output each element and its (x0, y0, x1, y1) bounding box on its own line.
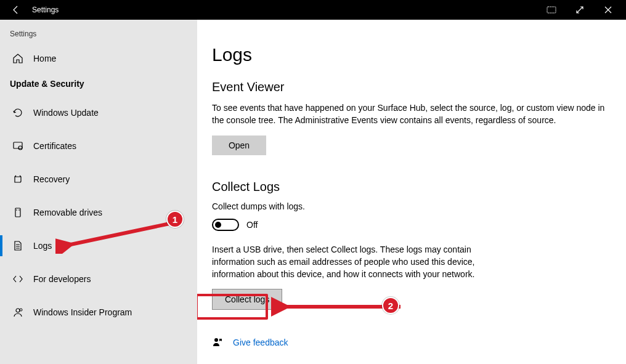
sidebar-item-label: Removable drives (33, 208, 102, 217)
sidebar-home-label: Home (33, 54, 56, 63)
svg-point-11 (214, 338, 218, 342)
svg-rect-0 (547, 7, 556, 13)
usb-icon (12, 207, 23, 218)
back-button[interactable] (6, 5, 26, 15)
event-viewer-desc: To see events that have happened on your… (212, 102, 611, 127)
collect-logs-button[interactable]: Collect logs (212, 289, 282, 310)
certificate-icon (12, 140, 23, 152)
svg-point-2 (18, 146, 22, 150)
annotation-arrow-2 (271, 296, 413, 320)
collect-logs-heading: Collect Logs (212, 180, 611, 194)
collect-dumps-toggle[interactable] (212, 219, 239, 231)
sidebar-item-insider[interactable]: Windows Insider Program (0, 299, 197, 325)
sidebar-top-label: Settings (0, 26, 197, 47)
collect-logs-desc: Insert a USB drive, then select Collect … (212, 243, 477, 281)
toggle-state-label: Off (246, 220, 258, 230)
home-icon (12, 53, 23, 64)
sidebar-item-recovery[interactable]: Recovery (0, 166, 197, 192)
document-icon (12, 240, 23, 251)
sidebar-home[interactable]: Home (0, 47, 197, 70)
svg-rect-1 (14, 142, 22, 148)
sidebar-item-label: Windows Update (33, 108, 99, 118)
cast-icon[interactable] (537, 0, 566, 20)
sidebar-item-label: Certificates (33, 141, 76, 151)
sidebar-item-label: Windows Insider Program (33, 307, 132, 317)
sidebar-item-label: Logs (33, 241, 52, 251)
svg-point-9 (16, 309, 20, 312)
sidebar-item-removable-drives[interactable]: Removable drives (0, 200, 197, 225)
sidebar-section-title: Update & Security (0, 70, 197, 100)
content-panel: Logs Event Viewer To see events that hav… (197, 20, 626, 364)
refresh-icon (12, 107, 23, 118)
sidebar-item-windows-update[interactable]: Windows Update (0, 100, 197, 126)
collect-dumps-label: Collect dumps with logs. (212, 201, 611, 211)
window-title: Settings (32, 6, 537, 14)
page-title: Logs (212, 44, 611, 65)
sidebar-item-for-developers[interactable]: For developers (0, 266, 197, 292)
maximize-button[interactable] (566, 0, 594, 20)
give-feedback-link[interactable]: Give feedback (233, 338, 288, 347)
sidebar-item-label: For developers (33, 274, 91, 284)
code-icon (12, 273, 23, 285)
recovery-icon (12, 174, 23, 185)
svg-point-10 (20, 309, 22, 311)
annotation-badge-2: 2 (382, 297, 399, 314)
sidebar-item-certificates[interactable]: Certificates (0, 133, 197, 159)
sidebar-item-logs[interactable]: Logs (0, 233, 197, 259)
close-button[interactable] (594, 0, 622, 20)
open-button[interactable]: Open (212, 135, 266, 155)
sidebar-item-label: Recovery (33, 174, 70, 184)
event-viewer-heading: Event Viewer (212, 80, 611, 94)
feedback-icon (212, 337, 223, 348)
title-bar: Settings (0, 0, 626, 20)
sidebar: Settings Home Update & Security Windows … (0, 20, 197, 364)
svg-rect-3 (15, 208, 20, 217)
insider-icon (12, 307, 23, 318)
